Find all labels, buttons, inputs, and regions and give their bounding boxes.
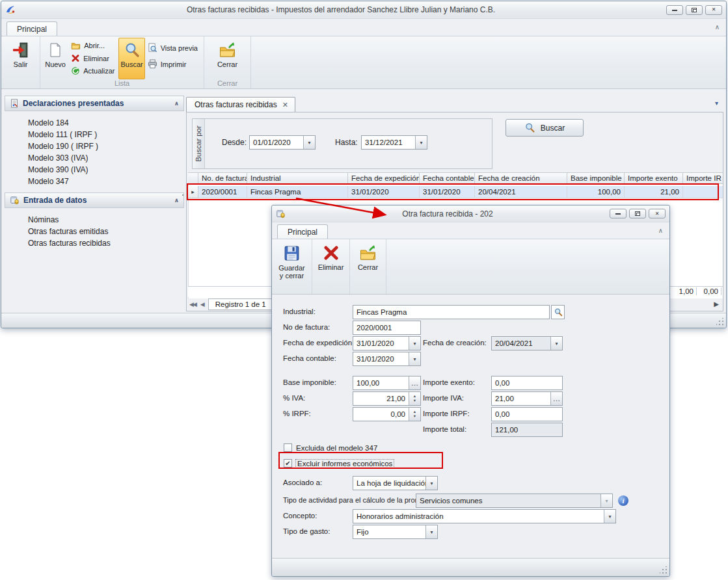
col-industrial[interactable]: Industrial: [247, 172, 348, 184]
dialog-restore-button[interactable]: [629, 209, 646, 218]
dialog-minimize-button[interactable]: [610, 209, 627, 218]
dialog-close-button[interactable]: ✕: [649, 209, 666, 218]
restore-button[interactable]: [686, 5, 703, 15]
sidebar-item-otras-facturas-emitidas[interactable]: Otras facturas emitidas: [5, 226, 184, 237]
prorrata-select[interactable]: Servicios comunes ▾: [416, 494, 613, 508]
excluir-informes-economicos-checkbox[interactable]: ✔ Excluir informes económicos: [284, 459, 394, 468]
dropdown-icon[interactable]: ▾: [409, 352, 420, 365]
nav-first-button[interactable]: ◀◀: [188, 300, 197, 309]
desde-dropdown-icon[interactable]: ▾: [303, 136, 315, 149]
guardar-y-cerrar-button[interactable]: Guardar y cerrar: [276, 241, 308, 282]
cell-base-imponible[interactable]: 100,00: [567, 186, 625, 198]
cell-industrial[interactable]: Fincas Pragma: [247, 186, 348, 198]
collapse-section-icon[interactable]: ∧: [174, 100, 179, 107]
grid-selected-row[interactable]: ▸ 2020/0001 Fincas Pragma 31/01/2020 31/…: [188, 186, 723, 198]
dialog-eliminar-label: Eliminar: [318, 263, 344, 271]
dropdown-icon[interactable]: ▾: [409, 337, 420, 350]
industrial-lookup-button[interactable]: [551, 305, 565, 319]
ellipsis-button[interactable]: …: [550, 392, 562, 405]
salir-button[interactable]: Salir: [5, 38, 37, 79]
sidebar-item-otras-facturas-recibidas[interactable]: Otras facturas recibidas: [5, 237, 184, 249]
cell-fecha-expedicion[interactable]: 31/01/2020: [348, 186, 420, 198]
resize-grip[interactable]: [716, 318, 724, 326]
fecha-creacion-input[interactable]: 20/04/2021 ▾: [491, 336, 563, 350]
sidebar-section-declaraciones[interactable]: Declaraciones presentadas ∧: [5, 96, 184, 111]
cell-importe-ir[interactable]: [683, 186, 723, 198]
collapse-section-icon[interactable]: ∧: [174, 197, 179, 204]
abrir-button[interactable]: Abrir...: [71, 41, 115, 50]
col-base-imponible[interactable]: Base imponible: [567, 172, 625, 184]
base-imponible-input[interactable]: 100,00 …: [353, 376, 421, 390]
col-importe-exento[interactable]: Importe exento: [625, 172, 683, 184]
sidebar-item-modelo-190[interactable]: Modelo 190 ( IRPF ): [5, 140, 184, 152]
spin-down-icon[interactable]: ▾: [414, 414, 416, 419]
col-importe-ir[interactable]: Importe IR: [683, 172, 723, 184]
close-button[interactable]: ✕: [705, 5, 722, 15]
nuevo-button[interactable]: Nuevo: [42, 38, 68, 79]
dropdown-icon[interactable]: ▾: [550, 337, 562, 350]
sidebar-item-modelo-111[interactable]: Modelo 111 ( IRPF ): [5, 129, 184, 140]
buscar-ribbon-button[interactable]: Buscar: [118, 38, 144, 79]
desde-date-input[interactable]: 01/01/2020 ▾: [249, 135, 316, 150]
doc-tab-close-icon[interactable]: ✕: [282, 101, 288, 109]
cerrar-button[interactable]: Cerrar: [211, 38, 244, 79]
tab-principal[interactable]: Principal: [7, 21, 57, 36]
sidebar-item-modelo-347[interactable]: Modelo 347: [5, 176, 184, 187]
importe-total-field: 121,00: [491, 423, 563, 437]
fecha-contable-input[interactable]: 31/01/2020 ▾: [353, 352, 421, 366]
col-fecha-creacion[interactable]: Fecha de creación: [475, 172, 567, 184]
importe-irpf-input[interactable]: 0,00: [491, 407, 563, 421]
tipo-gasto-select[interactable]: Fijo ▾: [353, 525, 438, 539]
sidebar-item-modelo-390[interactable]: Modelo 390 (IVA): [5, 164, 184, 176]
sidebar-splitter[interactable]: [182, 193, 185, 210]
fecha-expedicion-input[interactable]: 31/01/2020 ▾: [353, 336, 421, 350]
eliminar-button[interactable]: Eliminar: [71, 54, 115, 62]
ribbon-collapse-icon[interactable]: ∧: [715, 23, 720, 31]
hasta-date-input[interactable]: 31/12/2021 ▾: [361, 135, 427, 150]
dialog-icon: [276, 209, 286, 218]
dialog-cerrar-button[interactable]: Cerrar: [352, 241, 384, 282]
hscroll-right-arrow[interactable]: ▶: [714, 300, 719, 308]
minimize-button[interactable]: [666, 5, 683, 15]
dropdown-icon[interactable]: ▾: [604, 510, 615, 523]
sidebar-item-nominas[interactable]: Nóminas: [5, 214, 184, 226]
doc-tab-otras-facturas-recibidas[interactable]: Otras facturas recibidas ✕: [186, 97, 295, 112]
info-icon[interactable]: i: [618, 495, 628, 506]
concepto-select[interactable]: Honorarios administración ▾: [353, 509, 616, 523]
pct-iva-input[interactable]: 21,00 ▴▾: [353, 391, 421, 406]
sidebar-section-entrada[interactable]: Entrada de datos ∧: [5, 192, 184, 208]
col-fecha-contable[interactable]: Fecha contable: [420, 172, 475, 184]
asociado-select[interactable]: La hoja de liquidación ▾: [353, 476, 438, 490]
tab-list-dropdown-icon[interactable]: ▾: [715, 99, 718, 107]
col-fecha-expedicion[interactable]: Fecha de expedición: [348, 172, 420, 184]
dialog-tab-principal[interactable]: Principal: [277, 224, 328, 239]
pct-irpf-input[interactable]: 0,00 ▴▾: [353, 407, 421, 421]
search-icon: [124, 42, 141, 59]
cerrar-label: Cerrar: [217, 60, 237, 68]
buscar-button[interactable]: Buscar: [506, 119, 584, 137]
no-factura-input[interactable]: 2020/0001: [353, 321, 421, 335]
sidebar-item-modelo-303[interactable]: Modelo 303 (IVA): [5, 152, 184, 164]
cell-fecha-creacion[interactable]: 20/04/2021: [475, 186, 567, 198]
hasta-dropdown-icon[interactable]: ▾: [415, 136, 427, 149]
excluida-modelo-347-checkbox[interactable]: Excluida del modelo 347: [284, 443, 377, 452]
dialog-eliminar-button[interactable]: Eliminar: [315, 241, 347, 282]
dropdown-icon[interactable]: ▾: [425, 525, 437, 538]
importe-iva-input[interactable]: 21,00 …: [491, 391, 563, 406]
dropdown-icon[interactable]: ▾: [425, 477, 437, 490]
sidebar-item-modelo-184[interactable]: Modelo 184: [5, 117, 184, 129]
cell-importe-exento[interactable]: 21,00: [625, 186, 683, 198]
cell-fecha-contable[interactable]: 31/01/2020: [420, 186, 475, 198]
actualizar-button[interactable]: Actualizar: [71, 66, 115, 75]
vista-previa-button[interactable]: Vista previa: [148, 43, 198, 53]
dialog-ribbon-collapse-icon[interactable]: ∧: [658, 227, 663, 234]
cell-no-factura[interactable]: 2020/0001: [198, 186, 247, 198]
col-no-factura[interactable]: No. de factura: [198, 172, 247, 184]
industrial-input[interactable]: Fincas Pragma: [353, 305, 550, 319]
imprimir-button[interactable]: Imprimir: [148, 59, 198, 69]
importe-exento-input[interactable]: 0,00: [491, 376, 563, 390]
dialog-resize-grip[interactable]: [660, 566, 667, 574]
nav-prev-button[interactable]: ◀: [199, 300, 206, 309]
ellipsis-button[interactable]: …: [409, 376, 420, 389]
spin-down-icon[interactable]: ▾: [414, 399, 416, 403]
